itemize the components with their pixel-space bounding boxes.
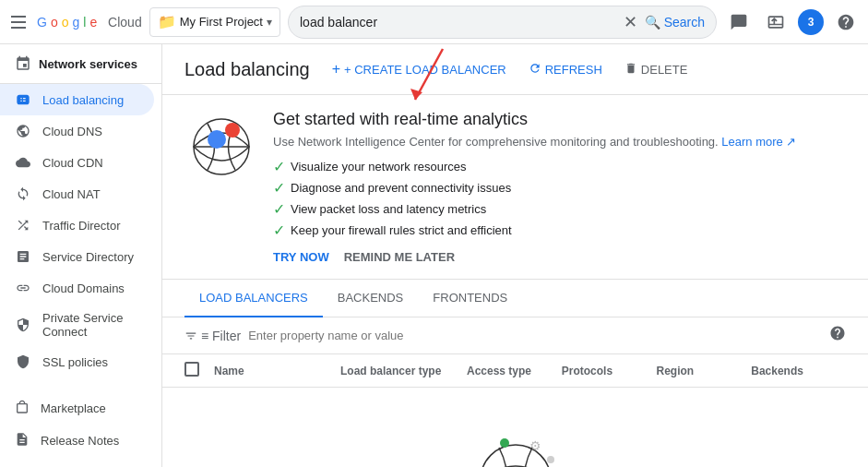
search-bar: ✕ 🔍 Search [288, 6, 717, 39]
search-icon: 🔍 [645, 15, 660, 30]
release-notes-icon [15, 432, 30, 449]
promo-actions: TRY NOW REMIND ME LATER [273, 250, 846, 264]
sidebar-item-cloud-cdn[interactable]: Cloud CDN [0, 147, 154, 178]
col-header-name: Name [214, 365, 340, 377]
release-notes-label: Release Notes [41, 434, 119, 448]
network-icon [15, 55, 31, 72]
cloud-shell-icon[interactable] [761, 7, 791, 37]
sidebar-item-label: Load balancing [42, 93, 124, 107]
filter-bar: ≡ Filter [162, 317, 868, 354]
sidebar-item-label: Cloud CDN [42, 156, 103, 170]
delete-button[interactable]: DELETE [617, 56, 696, 83]
ssl-icon [15, 353, 31, 370]
project-selector[interactable]: 📁 My First Project ▾ [149, 7, 280, 37]
select-all-checkbox[interactable] [184, 362, 214, 379]
help-icon[interactable] [831, 7, 861, 37]
sidebar-item-cloud-dns[interactable]: Cloud DNS [0, 115, 154, 147]
col-header-type: Load balancer type [340, 365, 467, 377]
topbar-right: 3 [724, 7, 861, 37]
sidebar-item-release-notes[interactable]: Release Notes [0, 425, 161, 457]
tabs-bar: LOAD BALANCERS BACKENDS FRONTENDS [162, 280, 868, 317]
sidebar-item-label: Private Service Connect [42, 311, 139, 339]
refresh-button[interactable]: REFRESH [521, 56, 610, 83]
traffic-director-icon [15, 217, 31, 234]
filter-icon: ≡ Filter [184, 329, 241, 343]
promo-description: Use Network Intelligence Center for comp… [273, 135, 846, 149]
marketplace-label: Marketplace [41, 401, 106, 415]
promo-banner: Get started with real-time analytics Use… [162, 95, 868, 280]
check-icon: ✓ [273, 222, 285, 239]
topbar-left: Google Cloud 📁 My First Project ▾ [7, 7, 280, 37]
empty-state: ⚙ [162, 388, 868, 467]
promo-features: ✓ Visualize your network resources ✓ Dia… [273, 158, 846, 239]
svg-text:⚙: ⚙ [529, 438, 541, 453]
plus-icon: + [332, 61, 340, 78]
page-title: Load balancing [184, 59, 310, 80]
sidebar-item-cloud-domains[interactable]: Cloud Domains [0, 272, 154, 304]
feature-item: ✓ Visualize your network resources [273, 158, 846, 175]
tab-load-balancers[interactable]: LOAD BALANCERS [184, 280, 323, 317]
tab-backends[interactable]: BACKENDS [323, 280, 419, 317]
check-icon: ✓ [273, 179, 285, 197]
feature-item: ✓ Diagnose and prevent connectivity issu… [273, 179, 846, 197]
learn-more-link[interactable]: Learn more ↗ [721, 135, 796, 149]
sidebar-item-cloud-nat[interactable]: Cloud NAT [0, 178, 154, 210]
page-header: Load balancing + + CREATE LOAD BALANCER … [162, 44, 868, 95]
sidebar: Network services Load balancing Cloud DN… [0, 44, 162, 467]
cloud-cdn-icon [15, 154, 31, 171]
google-cloud-logo: Google Cloud [37, 15, 142, 30]
filter-input[interactable] [248, 329, 822, 342]
sidebar-header: Network services [0, 44, 161, 84]
col-header-access: Access type [467, 365, 562, 377]
header-actions: + + CREATE LOAD BALANCER REFRESH DELETE [325, 55, 696, 83]
cloud-domains-icon [15, 280, 31, 296]
svg-point-2 [225, 123, 240, 138]
sidebar-item-load-balancing[interactable]: Load balancing [0, 84, 154, 115]
sidebar-item-service-directory[interactable]: Service Directory [0, 241, 154, 272]
cloud-dns-icon [15, 123, 31, 139]
filter-help-icon[interactable] [829, 325, 846, 346]
remind-later-button[interactable]: REMIND ME LATER [344, 250, 455, 264]
delete-icon [624, 62, 637, 78]
chevron-down-icon: ▾ [267, 16, 272, 29]
sidebar-item-ssl-policies[interactable]: SSL policies [0, 346, 154, 377]
sidebar-item-label: Traffic Director [42, 219, 121, 233]
sidebar-item-marketplace[interactable]: Marketplace [0, 392, 161, 425]
private-service-icon [15, 317, 31, 333]
collapse-sidebar-button[interactable] [0, 457, 161, 467]
search-clear-icon[interactable]: ✕ [624, 12, 637, 32]
main-layout: Network services Load balancing Cloud DN… [0, 44, 868, 467]
refresh-icon [529, 62, 541, 78]
notifications-icon[interactable] [724, 7, 754, 37]
svg-point-3 [208, 130, 226, 149]
empty-state-illustration: ⚙ [442, 425, 589, 467]
sidebar-header-label: Network services [39, 57, 137, 71]
folder-icon: 📁 [158, 13, 176, 30]
marketplace-icon [15, 400, 30, 417]
try-now-button[interactable]: TRY NOW [273, 250, 329, 264]
sidebar-item-label: Service Directory [42, 250, 134, 264]
topbar: Google Cloud 📁 My First Project ▾ ✕ 🔍 Se… [0, 0, 868, 44]
create-load-balancer-button[interactable]: + + CREATE LOAD BALANCER [325, 55, 514, 83]
project-name: My First Project [180, 15, 263, 29]
check-icon: ✓ [273, 200, 285, 218]
sidebar-item-traffic-director[interactable]: Traffic Director [0, 210, 154, 241]
feature-item: ✓ Keep your firewall rules strict and ef… [273, 222, 846, 239]
sidebar-item-label: Cloud DNS [42, 125, 102, 138]
service-directory-icon [15, 248, 31, 265]
hamburger-menu[interactable] [7, 11, 30, 33]
table-header: Name Load balancer type Access type Prot… [162, 354, 868, 388]
sidebar-item-label: SSL policies [42, 355, 108, 369]
promo-image [184, 110, 258, 184]
tab-frontends[interactable]: FRONTENDS [418, 280, 522, 317]
check-icon: ✓ [273, 158, 285, 175]
sidebar-item-label: Cloud Domains [42, 281, 125, 295]
sidebar-item-private-service-connect[interactable]: Private Service Connect [0, 304, 154, 346]
feature-item: ✓ View packet loss and latency metrics [273, 200, 846, 218]
search-input[interactable] [300, 15, 624, 30]
search-button[interactable]: 🔍 Search [645, 15, 705, 30]
promo-title: Get started with real-time analytics [273, 110, 846, 129]
load-balancing-icon [15, 91, 31, 108]
avatar[interactable]: 3 [798, 9, 824, 35]
cloud-nat-icon [15, 186, 31, 202]
